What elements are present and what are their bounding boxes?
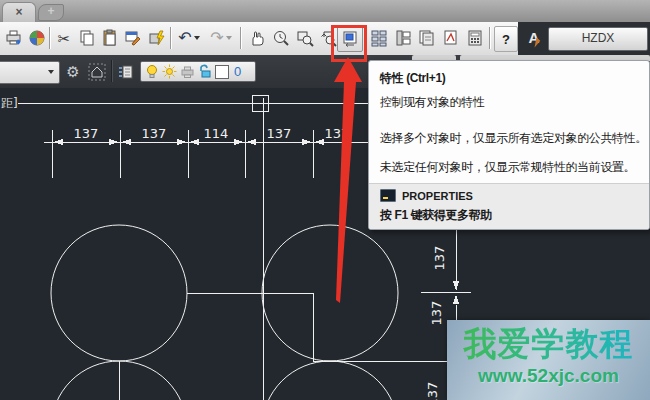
chevron-down-icon[interactable] bbox=[194, 36, 200, 40]
help-button[interactable]: ? bbox=[494, 26, 518, 52]
dim-label: 137 bbox=[267, 126, 292, 141]
help-icon: ? bbox=[502, 32, 510, 47]
workspace-settings-button[interactable]: ⚙ bbox=[62, 60, 84, 83]
tooltip-paragraph: 选择多个对象时，仅显示所有选定对象的公共特性。 bbox=[380, 130, 638, 147]
undo-button[interactable]: ↶ bbox=[174, 26, 204, 50]
tooltip-description: 控制现有对象的特性 bbox=[380, 94, 638, 111]
tooltip-paragraph: 未选定任何对象时，仅显示常规特性的当前设置。 bbox=[380, 159, 638, 176]
dim-label: 137 bbox=[74, 126, 99, 141]
toolbar-separator bbox=[489, 27, 490, 49]
dimension-labels: 137 137 114 137 137 bbox=[74, 126, 350, 141]
block-editor-button[interactable] bbox=[146, 26, 168, 50]
match-properties-icon bbox=[124, 29, 142, 47]
markup-manager-button[interactable] bbox=[440, 26, 462, 50]
text-style-combo[interactable]: HZDX bbox=[548, 27, 648, 51]
new-tab-button[interactable]: + bbox=[38, 4, 64, 21]
publish-globe-icon bbox=[28, 29, 46, 47]
toolbar-separator bbox=[240, 27, 241, 49]
zoom-realtime-button[interactable] bbox=[270, 26, 292, 50]
layer-name: 0 bbox=[234, 65, 241, 78]
toolbar-separator bbox=[170, 27, 171, 49]
layer-manager-icon bbox=[117, 63, 135, 81]
text-style-value: HZDX bbox=[582, 31, 615, 45]
undo-icon: ↶ bbox=[178, 30, 191, 46]
dim-label: 114 bbox=[204, 126, 229, 141]
sheetset-manager-icon bbox=[418, 29, 436, 47]
tooltip-body: 特性 (Ctrl+1) 控制现有对象的特性 选择多个对象时，仅显示所有选定对象的… bbox=[369, 61, 649, 185]
tooltip-help-hint: 按 F1 键获得更多帮助 bbox=[380, 207, 638, 224]
vdim-label: 137 bbox=[429, 301, 444, 326]
tool-palettes-button[interactable] bbox=[392, 26, 414, 50]
vdim-label: 137 bbox=[432, 246, 447, 271]
plot-state-icon bbox=[180, 65, 195, 79]
plot-button[interactable] bbox=[3, 26, 25, 50]
tooltip-command-name: PROPERTIES bbox=[402, 190, 473, 202]
gear-icon: ⚙ bbox=[66, 63, 79, 81]
dim-label: 137 bbox=[325, 126, 350, 141]
layer-control-combo[interactable]: 0 bbox=[140, 61, 256, 82]
copy-icon bbox=[78, 29, 96, 47]
markup-manager-icon bbox=[442, 29, 460, 47]
cad-geometry bbox=[51, 225, 398, 400]
copy-button[interactable] bbox=[76, 26, 98, 50]
tooltip-title: 特性 (Ctrl+1) bbox=[380, 70, 638, 87]
zoom-window-button[interactable] bbox=[294, 26, 316, 50]
redo-button[interactable]: ↷ bbox=[206, 26, 236, 50]
pan-button[interactable] bbox=[246, 26, 268, 50]
tooltip-footer: PROPERTIES 按 F1 键获得更多帮助 bbox=[369, 183, 649, 229]
color-swatch[interactable] bbox=[215, 65, 229, 79]
browser-tab-close[interactable]: × bbox=[2, 2, 36, 23]
lock-open-icon bbox=[198, 64, 212, 79]
designcenter-button[interactable] bbox=[368, 26, 390, 50]
text-style-button[interactable]: A bbox=[522, 27, 546, 49]
window-top-strip: × + bbox=[0, 0, 650, 23]
sheetset-manager-button[interactable] bbox=[416, 26, 438, 50]
designcenter-icon bbox=[370, 29, 388, 47]
workspace-combo[interactable] bbox=[0, 61, 60, 84]
watermark-title: 我爱学教程 bbox=[447, 326, 650, 362]
zoom-window-icon bbox=[296, 29, 314, 47]
plus-icon: + bbox=[47, 4, 54, 18]
command-line-icon bbox=[380, 189, 396, 202]
quickcalc-button[interactable] bbox=[464, 26, 486, 50]
pan-hand-icon bbox=[248, 29, 266, 47]
chevron-down-icon bbox=[48, 70, 54, 74]
anchor-home-button[interactable] bbox=[86, 60, 108, 83]
toolbar-separator bbox=[49, 27, 50, 49]
watermark-url: www.52xjc.com bbox=[447, 365, 650, 387]
dim-label: 137 bbox=[142, 126, 167, 141]
paste-button[interactable] bbox=[99, 26, 121, 50]
cut-icon: ✂ bbox=[58, 31, 71, 46]
sun-icon bbox=[162, 64, 177, 79]
zoom-realtime-icon bbox=[272, 29, 290, 47]
vdim-label: 137 bbox=[425, 382, 440, 400]
quickcalc-icon bbox=[466, 29, 484, 47]
toolbar-separator bbox=[111, 60, 112, 82]
paste-icon bbox=[101, 29, 119, 47]
redo-icon: ↷ bbox=[210, 30, 223, 46]
layer-manager-button[interactable] bbox=[115, 60, 137, 83]
tool-palettes-icon bbox=[394, 29, 412, 47]
cut-button[interactable]: ✂ bbox=[53, 26, 75, 50]
plot-icon bbox=[5, 29, 23, 47]
prompt-fragment: 距] bbox=[1, 96, 18, 110]
block-editor-icon bbox=[148, 29, 166, 47]
anchor-home-icon bbox=[88, 63, 106, 81]
publish-button[interactable] bbox=[26, 26, 48, 50]
watermark: 我爱学教程 www.52xjc.com bbox=[447, 320, 650, 400]
close-icon: × bbox=[15, 5, 22, 19]
vertical-dim-labels: 137 137 137 bbox=[425, 246, 447, 400]
highlight-red-box bbox=[331, 25, 367, 62]
bulb-on-icon bbox=[145, 64, 159, 79]
chevron-down-icon[interactable] bbox=[226, 36, 232, 40]
match-properties-button[interactable] bbox=[122, 26, 144, 50]
properties-tooltip: 特性 (Ctrl+1) 控制现有对象的特性 选择多个对象时，仅显示所有选定对象的… bbox=[368, 60, 650, 230]
standard-toolbar: ✂ ↶ ↷ ? A HZDX bbox=[0, 22, 650, 56]
